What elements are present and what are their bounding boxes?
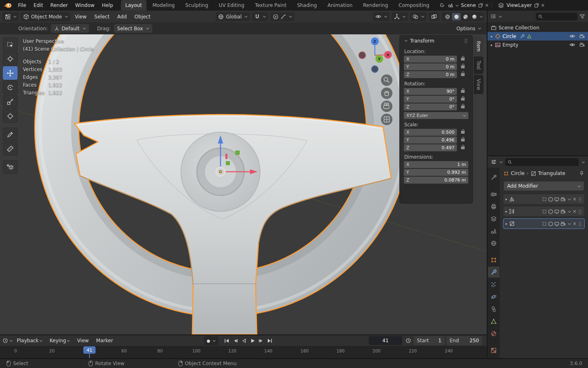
- axis-negative-x-ball[interactable]: [359, 52, 366, 59]
- viewlayer-name[interactable]: ViewLayer: [506, 2, 532, 8]
- playhead[interactable]: 41: [83, 346, 96, 354]
- render-tab-icon[interactable]: [488, 188, 499, 200]
- close-icon[interactable]: ×: [572, 221, 577, 226]
- snap-toggle[interactable]: [252, 12, 268, 21]
- camera-icon[interactable]: [579, 42, 585, 48]
- grip-dots-icon[interactable]: [578, 209, 582, 214]
- render-display-icon[interactable]: [560, 209, 566, 214]
- tab-item[interactable]: Item: [474, 37, 483, 56]
- scale-x-field[interactable]: X0.500: [404, 129, 457, 136]
- menu-add[interactable]: Add: [114, 14, 129, 20]
- camera-icon[interactable]: [579, 33, 585, 39]
- render-display-icon[interactable]: [560, 221, 566, 227]
- location-x-field[interactable]: X0 m: [404, 56, 457, 63]
- next-keyframe-button[interactable]: [257, 337, 265, 345]
- object-name[interactable]: Empty: [503, 42, 519, 48]
- shading-rendered-button[interactable]: [470, 13, 479, 20]
- world-tab-icon[interactable]: [488, 238, 499, 249]
- lock-icon[interactable]: [461, 73, 465, 76]
- pin-icon[interactable]: [579, 171, 584, 176]
- xray-toggle[interactable]: [429, 12, 439, 21]
- close-icon[interactable]: ×: [572, 197, 577, 202]
- render-display-icon[interactable]: [560, 197, 566, 202]
- select-box-tool[interactable]: [3, 38, 18, 51]
- close-icon[interactable]: ×: [485, 3, 489, 8]
- tab-tool[interactable]: Tool: [474, 56, 483, 74]
- grip-dots-icon[interactable]: [464, 38, 468, 43]
- edit-mode-display-icon[interactable]: [548, 197, 553, 202]
- rotation-y-field[interactable]: Y0°: [404, 96, 457, 103]
- measure-tool[interactable]: [3, 142, 18, 155]
- tab-view[interactable]: View: [474, 75, 483, 94]
- lock-icon[interactable]: [461, 65, 465, 68]
- move-tool[interactable]: [3, 66, 18, 80]
- mode-select[interactable]: Object Mode: [21, 12, 70, 21]
- menu-view[interactable]: View: [72, 14, 89, 20]
- camera-view-button[interactable]: [381, 101, 392, 112]
- workspace-tab-texture-paint[interactable]: Texture Paint: [250, 0, 291, 11]
- add-cube-tool[interactable]: [3, 160, 18, 174]
- play-button[interactable]: [248, 337, 256, 345]
- chevron-down-icon[interactable]: [568, 222, 571, 224]
- realtime-display-icon[interactable]: [554, 209, 559, 214]
- location-y-field[interactable]: Y0 m: [404, 63, 457, 70]
- caret-right-icon[interactable]: ▸: [506, 222, 508, 226]
- proportional-edit-toggle[interactable]: [270, 12, 294, 21]
- visibility-toggles[interactable]: [373, 12, 390, 21]
- breadcrumb-modifier[interactable]: Triangulate: [538, 171, 566, 176]
- constraints-tab-icon[interactable]: [488, 303, 499, 314]
- collapse-chevron-icon[interactable]: [405, 39, 408, 42]
- scale-tool[interactable]: [3, 95, 18, 108]
- workspace-tab-geometry-nodes[interactable]: Geometry Nodes: [435, 0, 444, 11]
- gizmos-toggle[interactable]: [392, 12, 408, 21]
- workspace-tab-animation[interactable]: Animation: [323, 0, 357, 11]
- edit-mode-display-icon[interactable]: [548, 209, 553, 214]
- rotation-x-field[interactable]: X90°: [404, 88, 457, 95]
- outliner-editor-icon[interactable]: [490, 13, 496, 19]
- viewlayer-tab-icon[interactable]: [488, 213, 499, 224]
- dimensions-y-field[interactable]: Y0.992 m: [404, 169, 468, 176]
- frame-start-field[interactable]: Start1: [414, 336, 445, 345]
- outliner-row-circle[interactable]: ▸ Circle: [488, 32, 588, 40]
- scene-selector[interactable]: Scene ×: [448, 2, 489, 8]
- menu-select[interactable]: Select: [91, 14, 112, 20]
- tool-tab-icon[interactable]: [488, 172, 499, 183]
- menu-object[interactable]: Object: [131, 14, 153, 20]
- physics-tab-icon[interactable]: [488, 291, 499, 302]
- add-modifier-button[interactable]: Add Modifier: [504, 182, 584, 191]
- copy-icon[interactable]: [534, 3, 539, 8]
- close-icon[interactable]: ×: [572, 209, 577, 214]
- lock-icon[interactable]: [461, 139, 465, 141]
- object-name[interactable]: Circle: [503, 34, 517, 39]
- realtime-display-icon[interactable]: [554, 197, 559, 202]
- viewport-3d[interactable]: Z X Y User Perspective (41) Scene Collec…: [0, 34, 487, 334]
- workspace-tab-uv-editing[interactable]: UV Editing: [214, 0, 249, 11]
- overlays-toggle[interactable]: [410, 12, 427, 21]
- shading-material-button[interactable]: [461, 13, 470, 20]
- modifier-tab-icon[interactable]: [488, 267, 499, 278]
- output-tab-icon[interactable]: [488, 201, 499, 212]
- workspace-tab-sculpting[interactable]: Sculpting: [181, 0, 213, 11]
- cursor-tool[interactable]: [3, 52, 18, 65]
- timeline-ruler[interactable]: 0 20 60 80 100 120 140 160 180 200 220 2…: [0, 346, 487, 358]
- object-tab-icon[interactable]: [488, 254, 499, 265]
- eye-icon[interactable]: [569, 42, 575, 48]
- scale-z-field[interactable]: Z0.497: [404, 144, 457, 151]
- gizmo-plane-handle[interactable]: [235, 150, 240, 155]
- drag-select-box-select[interactable]: Select Box: [114, 24, 152, 33]
- shading-solid-button[interactable]: [452, 13, 461, 20]
- gizmo-plane-handle[interactable]: [225, 154, 227, 159]
- caret-right-icon[interactable]: ▸: [506, 197, 508, 201]
- workspace-tab-shading[interactable]: Shading: [292, 0, 321, 11]
- zoom-button[interactable]: [381, 74, 392, 86]
- workspace-tab-layout[interactable]: Layout: [121, 0, 147, 11]
- location-z-field[interactable]: Z0 m: [404, 71, 457, 78]
- lock-icon[interactable]: [461, 98, 465, 101]
- lock-icon[interactable]: [461, 90, 465, 93]
- outliner-search-input[interactable]: [536, 13, 577, 20]
- properties-editor-icon[interactable]: [491, 159, 497, 165]
- annotate-tool[interactable]: [3, 128, 18, 141]
- on-cage-icon[interactable]: [542, 221, 547, 227]
- chevron-down-icon[interactable]: [568, 209, 571, 212]
- scale-y-field[interactable]: Y0.496: [404, 137, 457, 144]
